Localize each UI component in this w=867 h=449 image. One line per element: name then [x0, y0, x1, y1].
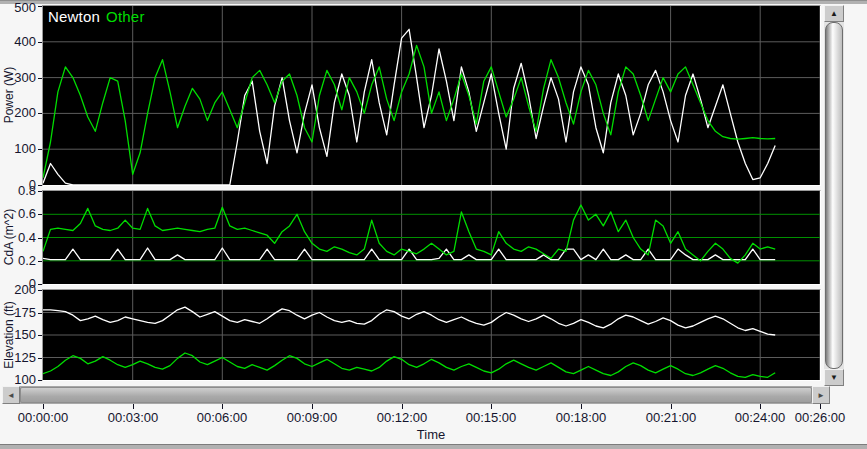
elevation-plot-canvas: [43, 290, 820, 380]
y-tick-label: 500: [0, 0, 36, 15]
legend-item-other[interactable]: Other: [106, 8, 145, 25]
series-line-other: [43, 353, 775, 377]
cda-plot-canvas: [43, 191, 820, 284]
left-arrow-icon: ◄: [7, 391, 15, 400]
cda-plot[interactable]: [42, 190, 821, 285]
y-tick-mark: [38, 335, 42, 336]
y-tick-label: 200: [0, 282, 36, 297]
down-arrow-icon: ▼: [830, 373, 838, 382]
y-tick-label: 0.8: [0, 183, 36, 198]
y-tick-mark: [38, 113, 42, 114]
time-tick-mark: [402, 404, 403, 409]
time-tick-label: 00:00:00: [8, 410, 78, 425]
y-tick-mark: [38, 214, 42, 215]
time-axis-title: Time: [396, 427, 466, 442]
power-plot[interactable]: NewtonOther: [42, 5, 821, 186]
power-plot-canvas: [43, 6, 820, 185]
y-tick-label: 100: [0, 141, 36, 156]
y-tick-label: 200: [0, 105, 36, 120]
horizontal-scrollbar-thumb[interactable]: [20, 387, 812, 403]
scroll-up-button[interactable]: ▲: [824, 5, 844, 22]
time-tick-label: 00:15:00: [456, 410, 526, 425]
window-bottom-edge: [0, 444, 867, 449]
legend-item-newton[interactable]: Newton: [48, 8, 100, 25]
series-line-other: [43, 205, 775, 263]
y-tick-mark: [38, 6, 42, 7]
app-window: Power (W) CdA (m^2) Elevation (ft) Newto…: [0, 0, 867, 449]
y-tick-label: 300: [0, 70, 36, 85]
time-tick-mark: [222, 404, 223, 409]
elevation-plot[interactable]: [42, 289, 821, 381]
plot-legend: NewtonOther: [48, 8, 151, 25]
y-tick-mark: [38, 380, 42, 381]
y-tick-label: 150: [0, 327, 36, 342]
scroll-down-button[interactable]: ▼: [824, 369, 844, 386]
time-tick-label: 00:06:00: [187, 410, 257, 425]
time-tick-mark: [671, 404, 672, 409]
y-tick-mark: [38, 290, 42, 291]
y-tick-mark: [38, 238, 42, 239]
time-tick-mark: [43, 404, 44, 409]
series-line-other: [43, 45, 775, 177]
time-tick-mark: [820, 404, 821, 409]
y-tick-label: 0.4: [0, 230, 36, 245]
y-tick-mark: [38, 42, 42, 43]
y-tick-mark: [38, 149, 42, 150]
time-tick-label: 00:18:00: [546, 410, 616, 425]
vertical-scrollbar-thumb[interactable]: [825, 22, 843, 369]
horizontal-scrollbar[interactable]: ◄ ►: [2, 386, 830, 404]
series-line-newton: [43, 29, 775, 185]
time-tick-label: 00:12:00: [367, 410, 437, 425]
y-tick-mark: [38, 284, 42, 285]
time-tick-mark: [581, 404, 582, 409]
y-tick-mark: [38, 78, 42, 79]
y-tick-label: 100: [0, 372, 36, 387]
right-arrow-icon: ►: [817, 391, 825, 400]
series-line-newton: [43, 307, 775, 335]
y-tick-mark: [38, 185, 42, 186]
scroll-left-button[interactable]: ◄: [2, 386, 20, 404]
y-tick-mark: [38, 191, 42, 192]
time-tick-mark: [760, 404, 761, 409]
y-tick-mark: [38, 358, 42, 359]
vertical-scrollbar[interactable]: ▲ ▼: [824, 5, 844, 386]
scroll-right-button[interactable]: ►: [812, 386, 830, 404]
time-tick-mark: [133, 404, 134, 409]
window-top-edge: [0, 0, 867, 4]
y-tick-mark: [38, 313, 42, 314]
time-tick-mark: [312, 404, 313, 409]
y-tick-label: 0.2: [0, 253, 36, 268]
time-tick-label: 00:26:00: [785, 410, 855, 425]
series-line-newton: [43, 248, 775, 260]
y-tick-label: 125: [0, 350, 36, 365]
y-tick-label: 400: [0, 34, 36, 49]
y-tick-label: 0.6: [0, 206, 36, 221]
y-tick-mark: [38, 261, 42, 262]
up-arrow-icon: ▲: [830, 9, 838, 18]
time-tick-mark: [491, 404, 492, 409]
time-tick-label: 00:03:00: [98, 410, 168, 425]
time-tick-label: 00:09:00: [277, 410, 347, 425]
y-tick-label: 175: [0, 305, 36, 320]
time-tick-label: 00:21:00: [636, 410, 706, 425]
